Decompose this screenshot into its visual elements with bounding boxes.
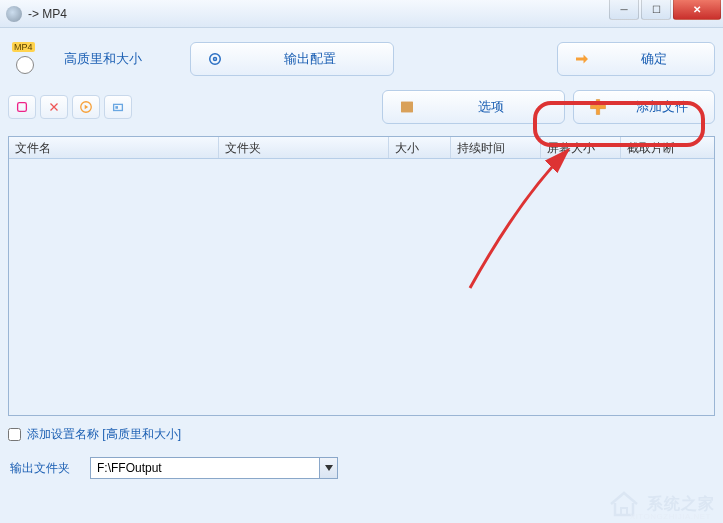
add-file-label: 添加文件: [622, 98, 714, 116]
table-body[interactable]: [9, 159, 714, 415]
options-button[interactable]: 选项: [382, 90, 565, 124]
add-settings-name-label: 添加设置名称 [高质里和大小]: [27, 426, 181, 443]
file-table: 文件名 文件夹 大小 持续时间 屏幕大小 截取片断: [8, 136, 715, 416]
th-size[interactable]: 大小: [389, 137, 451, 158]
toolbar-btn-play[interactable]: [72, 95, 100, 119]
close-button[interactable]: ✕: [673, 0, 721, 20]
add-file-button[interactable]: 添加文件: [573, 90, 715, 124]
output-folder-select[interactable]: F:\FFOutput: [90, 457, 338, 479]
add-settings-name-checkbox[interactable]: [8, 428, 21, 441]
toolbar-btn-2[interactable]: [40, 95, 68, 119]
gear-icon: [191, 50, 239, 68]
svg-rect-7: [401, 102, 413, 104]
quality-label: 高质里和大小: [64, 50, 142, 68]
arrow-right-icon: [558, 50, 606, 68]
watermark-sub: XITONGZHIJIA.NET: [630, 512, 711, 521]
th-folder[interactable]: 文件夹: [219, 137, 389, 158]
options-label: 选项: [431, 98, 564, 116]
svg-point-1: [214, 58, 217, 61]
svg-rect-5: [115, 106, 118, 109]
film-icon: [16, 56, 34, 74]
toolbar-btn-4[interactable]: [104, 95, 132, 119]
maximize-button[interactable]: ☐: [641, 0, 671, 20]
output-config-label: 输出配置: [239, 50, 393, 68]
film-icon: [383, 98, 431, 116]
titlebar: -> MP4 ─ ☐ ✕: [0, 0, 723, 28]
ok-label: 确定: [606, 50, 714, 68]
th-clip[interactable]: 截取片断: [621, 137, 714, 158]
ok-button[interactable]: 确定: [557, 42, 715, 76]
svg-rect-2: [18, 103, 27, 112]
svg-point-0: [210, 54, 221, 65]
plus-icon: [574, 97, 622, 117]
output-config-button[interactable]: 输出配置: [190, 42, 394, 76]
output-folder-label: 输出文件夹: [10, 460, 70, 477]
th-duration[interactable]: 持续时间: [451, 137, 541, 158]
minimize-button[interactable]: ─: [609, 0, 639, 20]
format-badge: MP4: [8, 44, 42, 74]
table-header: 文件名 文件夹 大小 持续时间 屏幕大小 截取片断: [9, 137, 714, 159]
app-icon: [6, 6, 22, 22]
svg-rect-8: [401, 110, 413, 112]
output-folder-value: F:\FFOutput: [97, 461, 162, 475]
toolbar-btn-1[interactable]: [8, 95, 36, 119]
window-title: -> MP4: [28, 7, 67, 21]
format-badge-label: MP4: [12, 42, 35, 52]
chevron-down-icon: [319, 458, 337, 478]
th-screen[interactable]: 屏幕大小: [541, 137, 621, 158]
th-name[interactable]: 文件名: [9, 137, 219, 158]
